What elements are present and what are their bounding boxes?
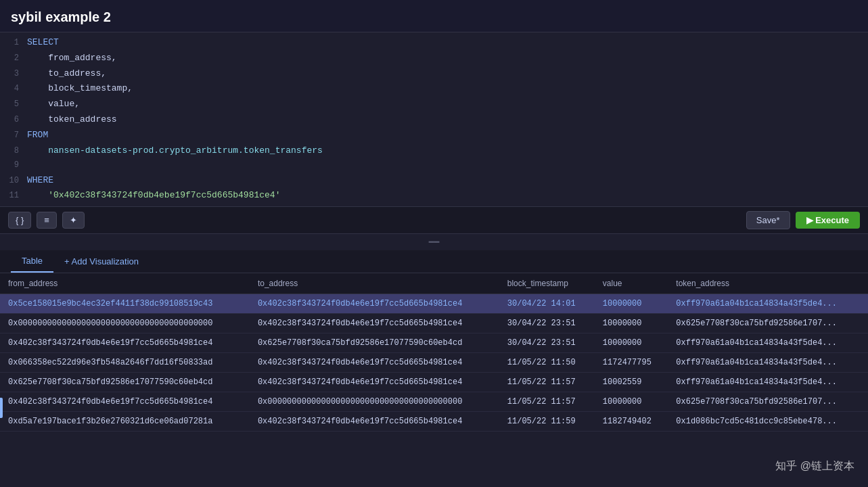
table-cell-token-address: 0xff970a61a04b1ca14834a43f5de4... [668,373,868,392]
line-content: nansen-datasets-prod.crypto_arbitrum.tok… [27,144,323,158]
code-line: 8 nansen-datasets-prod.crypto_arbitrum.t… [0,143,868,159]
col-from-address: from_address [0,273,250,294]
table-cell-to-address: 0x402c38f343724f0db4e6e19f7cc5d665b4981c… [250,353,499,373]
table-cell-token-address: 0xff970a61a04b1ca14834a43f5de4... [668,353,868,373]
line-number: 4 [0,83,27,95]
line-content: FROM [27,129,48,143]
table-row: 0x402c38f343724f0db4e6e19f7cc5d665b4981c… [0,333,868,353]
table-cell-value: 10002559 [595,373,668,392]
page-title: sybil example 2 [0,0,868,32]
table-row: 0x066358ec522d96e3fb548a2646f7dd16f50833… [0,353,868,373]
line-number: 10 [0,175,27,187]
table-cell-from-address: 0xd5a7e197bace1f3b26e2760321d6ce06ad0728… [0,412,250,432]
code-line: 9 [0,158,868,172]
line-content: WHERE [27,174,53,188]
code-line: 11 '0x402c38f343724f0db4ebe19f7cc5d665b4… [0,188,868,204]
table-row: 0x5ce158015e9bc4ec32ef4411f38dc99108519c… [0,294,868,314]
code-line: 4 block_timestamp, [0,81,868,97]
table-cell-token-address: 0xff970a61a04b1ca14834a43f5de4... [668,294,868,314]
line-number: 1 [0,37,27,49]
table-cell-token-address: 0x1d086bc7cd5c481dcc9c85ebe478... [668,412,868,432]
line-content: SELECT [27,36,59,50]
format-table-button[interactable]: ≡ [37,212,57,229]
drag-handle[interactable]: ━━ [0,234,868,250]
table-cell-to-address: 0x402c38f343724f0db4e6e19f7cc5d665b4981c… [250,314,499,333]
table-cell-value: 1182749402 [595,412,668,432]
table-row: 0x625e7708f30ca75bfd92586e17077590c60eb4… [0,373,868,392]
table-cell-to-address: 0x00000000000000000000000000000000000000… [250,392,499,412]
table-cell-block-timestamp: 11/05/22 11:57 [499,373,595,392]
format-star-button[interactable]: ✦ [62,212,85,229]
table-cell-token-address: 0x625e7708f30ca75bfd92586e1707... [668,392,868,412]
toolbar-left: { } ≡ ✦ [8,212,85,229]
table-cell-to-address: 0x625e7708f30ca75bfd92586e17077590c60eb4… [250,333,499,353]
code-line: 5 value, [0,97,868,112]
table-cell-from-address: 0x402c38f343724f0db4e6e19f7cc5d665b4981c… [0,333,250,353]
line-number: 5 [0,98,27,111]
table-cell-to-address: 0x402c38f343724f0db4e6e19f7cc5d665b4981c… [250,294,499,314]
code-line: 7FROM [0,128,868,143]
code-line: 10WHERE [0,173,868,189]
results-tabs: Table + Add Visualization [0,250,868,273]
tab-table[interactable]: Table [11,250,53,273]
table-cell-from-address: 0x402c38f343724f0db4e6e19f7cc5d665b4981c… [0,392,250,412]
table-cell-block-timestamp: 11/05/22 11:50 [499,353,595,373]
col-token-address: token_address [668,273,868,294]
col-value: value [595,273,668,294]
line-number: 11 [0,189,27,202]
line-content: to_address, [27,67,106,81]
table-container[interactable]: from_address to_address block_timestamp … [0,273,868,487]
line-content: from_address, [27,51,117,66]
save-button[interactable]: Save* [746,211,790,229]
line-content: token_address [27,113,117,127]
table-cell-from-address: 0x066358ec522d96e3fb548a2646f7dd16f50833… [0,353,250,373]
results-table: from_address to_address block_timestamp … [0,273,868,432]
line-number: 7 [0,129,27,142]
code-line: 3 to_address, [0,66,868,82]
code-line: 2 from_address, [0,51,868,66]
line-number: 2 [0,52,27,65]
table-cell-block-timestamp: 30/04/22 23:51 [499,333,595,353]
col-block-timestamp: block_timestamp [499,273,595,294]
results-area: Table + Add Visualization from_address t… [0,250,868,487]
execute-button[interactable]: ▶ Execute [796,212,860,229]
line-content: block_timestamp, [27,82,133,96]
table-cell-value: 10000000 [595,392,668,412]
toolbar-right: Save* ▶ Execute [746,211,860,229]
toolbar: { } ≡ ✦ Save* ▶ Execute [0,206,868,234]
table-cell-token-address: 0xff970a61a04b1ca14834a43f5de4... [668,333,868,353]
format-json-button[interactable]: { } [8,212,31,229]
line-content: value, [27,97,80,112]
table-cell-from-address: 0x625e7708f30ca75bfd92586e17077590c60eb4… [0,373,250,392]
table-cell-block-timestamp: 11/05/22 11:59 [499,412,595,432]
table-cell-value: 1172477795 [595,353,668,373]
code-line: 6 token_address [0,112,868,128]
code-editor: 1SELECT2 from_address,3 to_address,4 blo… [0,32,868,206]
line-number: 9 [0,159,27,172]
table-row: 0x00000000000000000000000000000000000000… [0,314,868,333]
line-number: 8 [0,145,27,158]
table-cell-value: 10000000 [595,314,668,333]
col-to-address: to_address [250,273,499,294]
line-number: 6 [0,114,27,126]
table-cell-token-address: 0x625e7708f30ca75bfd92586e1707... [668,314,868,333]
table-cell-value: 10000000 [595,294,668,314]
table-cell-block-timestamp: 30/04/22 14:01 [499,294,595,314]
code-line: 1SELECT [0,35,868,51]
line-number: 3 [0,68,27,80]
table-cell-from-address: 0x5ce158015e9bc4ec32ef4411f38dc99108519c… [0,294,250,314]
table-cell-block-timestamp: 30/04/22 23:51 [499,314,595,333]
tab-add-visualization[interactable]: + Add Visualization [53,251,150,272]
table-cell-to-address: 0x402c38f343724f0db4e6e19f7cc5d665b4981c… [250,412,499,432]
left-indicator [0,398,3,418]
table-cell-from-address: 0x00000000000000000000000000000000000000… [0,314,250,333]
table-row: 0xd5a7e197bace1f3b26e2760321d6ce06ad0728… [0,412,868,432]
table-row: 0x402c38f343724f0db4e6e19f7cc5d665b4981c… [0,392,868,412]
table-header-row: from_address to_address block_timestamp … [0,273,868,294]
table-cell-block-timestamp: 11/05/22 11:57 [499,392,595,412]
table-cell-to-address: 0x402c38f343724f0db4e6e19f7cc5d665b4981c… [250,373,499,392]
table-cell-value: 10000000 [595,333,668,353]
line-content: '0x402c38f343724f0db4ebe19f7cc5d665b4981… [27,189,280,203]
